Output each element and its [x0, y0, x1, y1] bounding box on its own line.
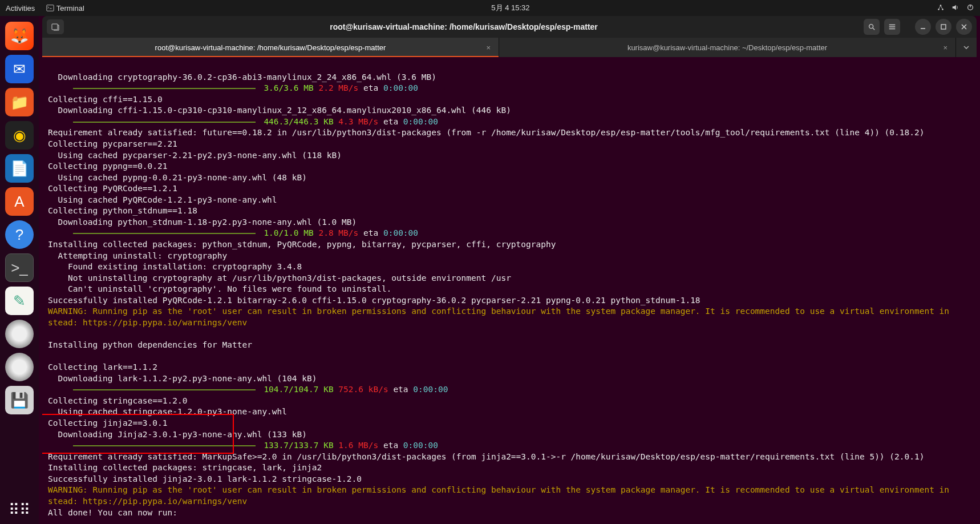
line: Downloading lark-1.1.2-py2.py3-none-any.…: [48, 374, 317, 383]
progress-bar: [73, 445, 256, 446]
dock-libreoffice-writer[interactable]: 📄: [5, 154, 34, 183]
line: Can't uninstall 'cryptography'. No files…: [48, 284, 391, 293]
eta-label: eta: [363, 228, 378, 237]
dock-thunderbird[interactable]: ✉: [5, 55, 34, 83]
line: Found existing installation: cryptograph…: [48, 262, 302, 271]
terminal-window: root@kurisaw-virtual-machine: /home/kuri…: [42, 16, 977, 518]
menu-button[interactable]: [884, 19, 900, 35]
progress-speed: 2.2 MB/s: [318, 83, 358, 92]
line: Successfully installed jinja2-3.0.1 lark…: [48, 474, 362, 483]
close-icon: [961, 23, 967, 30]
line: Collecting jinja2==3.0.1: [48, 418, 168, 428]
progress-speed: 1.6 MB/s: [338, 441, 378, 450]
terminal-tab-2[interactable]: kurisaw@kurisaw-virtual-machine: ~/Deskt…: [499, 38, 956, 57]
dock-disc-2[interactable]: [5, 353, 34, 381]
progress-speed: 4.3 MB/s: [338, 117, 378, 126]
activities-button[interactable]: Activities: [6, 4, 35, 13]
progress-bar: [73, 122, 256, 123]
line: Downloading python_stdnum-1.18-py2.py3-n…: [48, 217, 357, 227]
line: Downloading Jinja2-3.0.1-py3-none-any.wh…: [48, 430, 307, 439]
volume-icon[interactable]: [951, 3, 959, 13]
tab-overflow-button[interactable]: [956, 38, 977, 57]
line: Collecting lark==1.1.2: [48, 362, 157, 372]
dock-ubuntu-software[interactable]: A: [5, 187, 34, 216]
progress-speed: 2.8 MB/s: [318, 228, 358, 237]
clock[interactable]: 5月 4 15:32: [84, 3, 937, 13]
dock-firefox[interactable]: 🦊: [5, 22, 34, 50]
line: Collecting PyQRCode==1.2.1: [48, 184, 177, 193]
search-icon: [868, 23, 876, 31]
chevron-down-icon: [963, 44, 970, 51]
appmenu[interactable]: Terminal: [46, 4, 84, 13]
eta-label: eta: [383, 117, 398, 126]
minimize-icon: [920, 23, 926, 30]
window-title: root@kurisaw-virtual-machine: /home/kuri…: [68, 22, 859, 31]
dock-terminal[interactable]: >_: [5, 253, 34, 282]
line: Collecting python_stdnum==1.18: [48, 206, 197, 215]
close-button[interactable]: [956, 19, 972, 35]
line: Not uninstalling cryptography at /usr/li…: [48, 273, 511, 283]
power-icon[interactable]: [966, 3, 974, 13]
eta-value: 0:00:00: [403, 117, 438, 126]
svg-rect-5: [52, 24, 58, 30]
eta-value: 0:00:00: [413, 385, 448, 394]
tab-label: kurisaw@kurisaw-virtual-machine: ~/Deskt…: [627, 43, 827, 52]
progress-size: 3.6/3.6 MB: [264, 83, 313, 92]
tab-label: root@kurisaw-virtual-machine: /home/kuri…: [155, 43, 386, 52]
tab-close-icon[interactable]: ×: [943, 43, 947, 52]
svg-rect-7: [941, 25, 946, 29]
progress-bar: [73, 389, 256, 390]
warning-line: stead: https://pip.pypa.io/warnings/venv: [48, 497, 247, 506]
line: Installing python dependencies for Matte…: [48, 340, 252, 349]
warning-line: WARNING: Running pip as the 'root' user …: [48, 485, 949, 494]
line: Using cached PyQRCode-1.2.1-py3-none-any…: [48, 195, 277, 204]
new-tab-button[interactable]: [47, 19, 64, 34]
line: Collecting stringcase==1.2.0: [48, 396, 187, 405]
dock-text-editor[interactable]: ✎: [5, 287, 34, 315]
progress-speed: 752.6 kB/s: [338, 385, 388, 394]
maximize-icon: [940, 23, 947, 30]
terminal-appmenu-icon: [46, 4, 54, 12]
warning-line: stead: https://pip.pypa.io/warnings/venv: [48, 318, 247, 327]
line: Requirement already satisfied: future==0…: [48, 128, 924, 137]
eta-value: 0:00:00: [383, 228, 418, 237]
progress-size: 1.0/1.0 MB: [264, 228, 313, 237]
network-icon[interactable]: [937, 3, 945, 13]
maximize-button[interactable]: [936, 19, 951, 35]
line: Collecting pypng==0.0.21: [48, 162, 168, 171]
dock-show-applications[interactable]: ⠿⠿: [5, 495, 34, 524]
window-titlebar: root@kurisaw-virtual-machine: /home/kuri…: [42, 16, 977, 38]
dock-help[interactable]: ?: [5, 220, 34, 249]
terminal-tab-1[interactable]: root@kurisaw-virtual-machine: /home/kuri…: [42, 38, 499, 57]
dock-removable-drive[interactable]: 💾: [5, 386, 34, 414]
new-tab-icon: [51, 22, 60, 31]
terminal-output[interactable]: Downloading cryptography-36.0.2-cp36-abi…: [42, 57, 977, 518]
dock-rhythmbox[interactable]: ◉: [5, 121, 34, 150]
line: Successfully installed PyQRCode-1.2.1 bi…: [48, 296, 700, 305]
progress-bar: [73, 88, 256, 89]
line: Installing collected packages: python_st…: [48, 240, 556, 249]
hamburger-icon: [888, 23, 896, 31]
minimize-button[interactable]: [915, 19, 931, 35]
line: Downloading cffi-1.15.0-cp310-cp310-many…: [48, 106, 511, 115]
line: Using cached pypng-0.0.21-py3-none-any.w…: [48, 173, 307, 182]
line: Downloading cryptography-36.0.2-cp36-abi…: [48, 72, 436, 82]
line: Requirement already satisfied: MarkupSaf…: [48, 452, 924, 461]
line: Using cached pycparser-2.21-py2.py3-none…: [48, 151, 342, 160]
tab-close-icon[interactable]: ×: [486, 43, 491, 52]
progress-size: 446.3/446.3 KB: [264, 117, 333, 126]
line: Installing collected packages: stringcas…: [48, 463, 322, 472]
dock-files[interactable]: 📁: [5, 88, 34, 116]
line: Using cached stringcase-1.2.0-py3-none-a…: [48, 407, 287, 416]
dock-disc-1[interactable]: [5, 320, 34, 348]
line: All done! You can now run:: [48, 508, 177, 517]
svg-rect-0: [47, 5, 54, 11]
progress-bar: [73, 233, 256, 234]
line: Attempting uninstall: cryptography: [48, 251, 227, 260]
eta-value: 0:00:00: [403, 441, 438, 450]
appmenu-label: Terminal: [56, 4, 84, 13]
eta-label: eta: [393, 385, 408, 394]
progress-size: 133.7/133.7 KB: [264, 441, 333, 450]
search-button[interactable]: [864, 19, 880, 35]
terminal-tabs: root@kurisaw-virtual-machine: /home/kuri…: [42, 38, 977, 57]
